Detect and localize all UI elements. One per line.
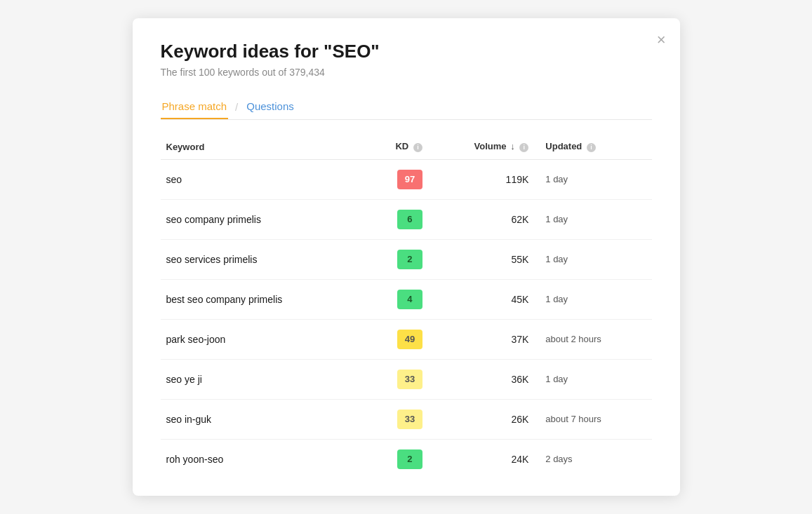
table-row: seo97119K1 day xyxy=(161,159,652,199)
kd-badge: 6 xyxy=(397,210,422,229)
kd-cell: 49 xyxy=(366,319,428,359)
kd-cell: 33 xyxy=(366,359,428,399)
kd-cell: 2 xyxy=(366,239,428,279)
table-row: seo ye ji3336K1 day xyxy=(161,359,652,399)
updated-cell: about 2 hours xyxy=(534,319,651,359)
volume-cell: 37K xyxy=(428,319,534,359)
keyword-cell: park seo-joon xyxy=(161,319,367,359)
col-volume: Volume ↓ i xyxy=(428,134,534,159)
kd-badge: 4 xyxy=(397,290,422,309)
tab-questions[interactable]: Questions xyxy=(245,95,295,119)
table-row: seo company primelis662K1 day xyxy=(161,199,652,239)
kd-badge: 2 xyxy=(397,449,422,469)
keyword-cell: seo xyxy=(161,159,367,199)
table-row: best seo company primelis445K1 day xyxy=(161,279,652,319)
kd-badge: 97 xyxy=(397,170,422,189)
table-row: park seo-joon4937Kabout 2 hours xyxy=(161,319,652,359)
kd-info-icon[interactable]: i xyxy=(413,143,422,152)
keyword-cell: seo company primelis xyxy=(161,199,367,239)
keyword-cell: seo in-guk xyxy=(161,399,367,439)
keyword-cell: roh yoon-seo xyxy=(161,439,367,479)
tab-phrase-match[interactable]: Phrase match xyxy=(161,95,229,119)
table-header-row: Keyword KD i Volume ↓ i Updated i xyxy=(161,134,652,159)
keyword-ideas-card: × Keyword ideas for "SEO" The first 100 … xyxy=(133,18,680,495)
volume-info-icon[interactable]: i xyxy=(519,143,528,152)
updated-cell: 1 day xyxy=(534,239,651,279)
kd-badge: 2 xyxy=(397,250,422,269)
col-kd: KD i xyxy=(366,134,428,159)
keyword-cell: seo services primelis xyxy=(161,239,367,279)
kd-cell: 97 xyxy=(366,159,428,199)
updated-cell: 1 day xyxy=(534,199,651,239)
updated-cell: 1 day xyxy=(534,359,651,399)
volume-cell: 26K xyxy=(428,399,534,439)
updated-info-icon[interactable]: i xyxy=(587,143,596,152)
close-button[interactable]: × xyxy=(657,32,666,48)
table-row: seo in-guk3326Kabout 7 hours xyxy=(161,399,652,439)
col-keyword: Keyword xyxy=(161,134,367,159)
col-updated: Updated i xyxy=(534,134,651,159)
tabs-container: Phrase match / Questions xyxy=(161,95,652,120)
keyword-table: Keyword KD i Volume ↓ i Updated i seo971… xyxy=(161,134,652,478)
subtitle-text: The first 100 keywords out of 379,434 xyxy=(161,67,652,78)
kd-cell: 33 xyxy=(366,399,428,439)
table-row: roh yoon-seo224K2 days xyxy=(161,439,652,479)
volume-cell: 119K xyxy=(428,159,534,199)
volume-cell: 62K xyxy=(428,199,534,239)
tab-divider: / xyxy=(231,101,242,113)
volume-cell: 45K xyxy=(428,279,534,319)
kd-badge: 33 xyxy=(397,410,422,429)
kd-badge: 33 xyxy=(397,370,422,389)
kd-cell: 6 xyxy=(366,199,428,239)
volume-cell: 24K xyxy=(428,439,534,479)
volume-cell: 36K xyxy=(428,359,534,399)
updated-cell: 1 day xyxy=(534,279,651,319)
table-body: seo97119K1 dayseo company primelis662K1 … xyxy=(161,159,652,479)
volume-sort-icon[interactable]: ↓ xyxy=(510,141,515,151)
keyword-cell: seo ye ji xyxy=(161,359,367,399)
page-title: Keyword ideas for "SEO" xyxy=(161,41,652,62)
updated-cell: about 7 hours xyxy=(534,399,651,439)
updated-cell: 2 days xyxy=(534,439,651,479)
updated-cell: 1 day xyxy=(534,159,651,199)
kd-badge: 49 xyxy=(397,330,422,349)
keyword-cell: best seo company primelis xyxy=(161,279,367,319)
table-row: seo services primelis255K1 day xyxy=(161,239,652,279)
kd-cell: 4 xyxy=(366,279,428,319)
volume-cell: 55K xyxy=(428,239,534,279)
kd-cell: 2 xyxy=(366,439,428,479)
